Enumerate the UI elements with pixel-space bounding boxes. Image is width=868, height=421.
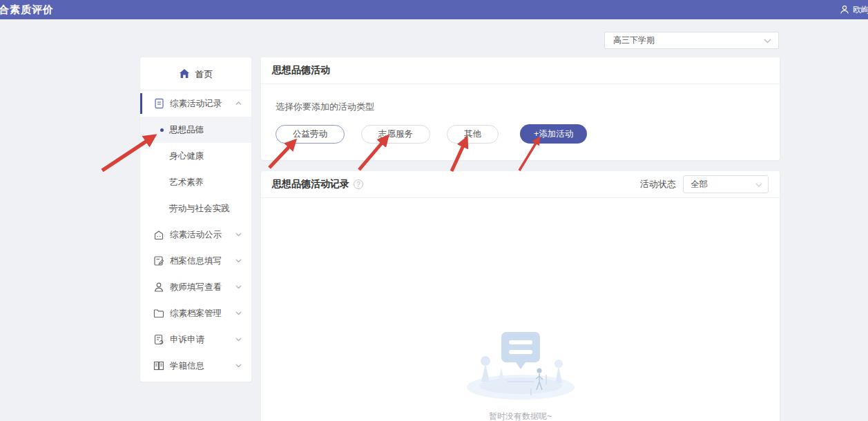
sidebar-item-archive-info-fill[interactable]: 档案信息填写 [140,248,251,274]
empty-state: 暂时没有数据呢~ [261,314,780,421]
sidebar-item-artistic-quality[interactable]: 艺术素养 [140,169,251,195]
activity-status-select[interactable]: 全部 [683,175,769,193]
type-button-volunteer-service[interactable]: 志愿服务 [361,125,430,144]
chevron-down-icon [235,311,242,315]
person-icon [840,5,849,14]
chevron-down-icon [235,364,242,368]
sidebar-item-label: 学籍信息 [170,360,235,372]
chevron-down-icon [235,285,242,289]
chevron-up-icon [235,101,242,106]
activity-status-value: 全部 [691,179,708,190]
user-name: 欧峋拔 [853,4,868,16]
sidebar-item-home[interactable]: 首页 [140,59,251,90]
semester-select-value: 高三下学期 [613,35,655,46]
sidebar-item-label: 综素档案管理 [170,308,235,320]
folder-icon [153,308,164,319]
home-icon [179,68,190,81]
activity-status-label: 活动状态 [640,178,676,190]
sidebar-item-archive-management[interactable]: 综素档案管理 [140,300,251,326]
sidebar-item-label: 劳动与社会实践 [169,203,230,215]
type-button-other[interactable]: 其他 [447,125,499,144]
top-header: 合素质评价 欧峋拔 [0,0,868,19]
add-activity-button[interactable]: +添加活动 [520,124,587,144]
form-edit-icon [153,255,164,266]
sidebar-item-labor-social-practice[interactable]: 劳动与社会实践 [140,195,251,222]
sidebar-item-label: 综素活动公示 [170,229,235,241]
activity-type-subtitle: 选择你要添加的活动类型 [276,101,766,113]
activity-type-card: 思想品德活动 选择你要添加的活动类型 公益劳动 志愿服务 其他 +添加活动 [261,57,780,160]
empty-state-text: 暂时没有数据呢~ [489,411,552,421]
sidebar-item-label: 申诉申请 [170,334,235,346]
sidebar-item-activity-records[interactable]: 综素活动记录 [140,90,251,117]
announcement-icon [153,229,164,240]
activity-records-card: 思想品德活动记录 ? 活动状态 全部 [261,171,780,421]
sidebar: 首页 综素活动记录 思想品德 身心健康 艺术素养 劳动与社会实践 综素活动公示 [140,57,251,382]
teacher-icon [153,282,164,293]
appeal-icon [153,334,164,345]
sidebar-item-physical-mental-health[interactable]: 身心健康 [140,143,251,169]
chevron-down-icon [235,337,242,342]
sidebar-item-teacher-fill-view[interactable]: 教师填写查看 [140,274,251,300]
student-record-icon [153,360,164,371]
activity-type-buttons: 公益劳动 志愿服务 其他 +添加活动 [276,124,766,144]
document-icon [153,98,164,109]
records-card-title: 思想品德活动记录 [272,178,349,190]
semester-select[interactable]: 高三下学期 [604,32,779,49]
sidebar-item-label: 档案信息填写 [170,255,235,267]
sidebar-item-activity-publicity[interactable]: 综素活动公示 [140,222,251,248]
chevron-down-icon [764,36,771,46]
sidebar-item-ideology-morality[interactable]: 思想品德 [140,117,251,143]
user-menu[interactable]: 欧峋拔 [840,4,868,16]
sidebar-item-student-status-info[interactable]: 学籍信息 [140,353,251,379]
question-circle-icon[interactable]: ? [354,179,363,189]
sidebar-item-appeal-application[interactable]: 申诉申请 [140,326,251,353]
sidebar-item-label: 教师填写查看 [170,282,235,293]
sidebar-item-label: 艺术素养 [169,177,204,188]
sidebar-item-label: 首页 [195,68,213,81]
sidebar-item-label: 身心健康 [169,150,204,162]
active-dot-icon [160,128,164,132]
activity-card-title: 思想品德活动 [261,57,780,84]
sidebar-item-label: 综素活动记录 [170,98,235,110]
sidebar-item-label: 思想品德 [169,124,204,136]
chevron-down-icon [235,259,242,263]
chevron-down-icon [755,179,762,189]
app-title: 合素质评价 [0,3,54,17]
empty-illustration-icon [462,314,579,402]
type-button-public-welfare-labor[interactable]: 公益劳动 [276,125,345,144]
chevron-down-icon [235,233,242,237]
